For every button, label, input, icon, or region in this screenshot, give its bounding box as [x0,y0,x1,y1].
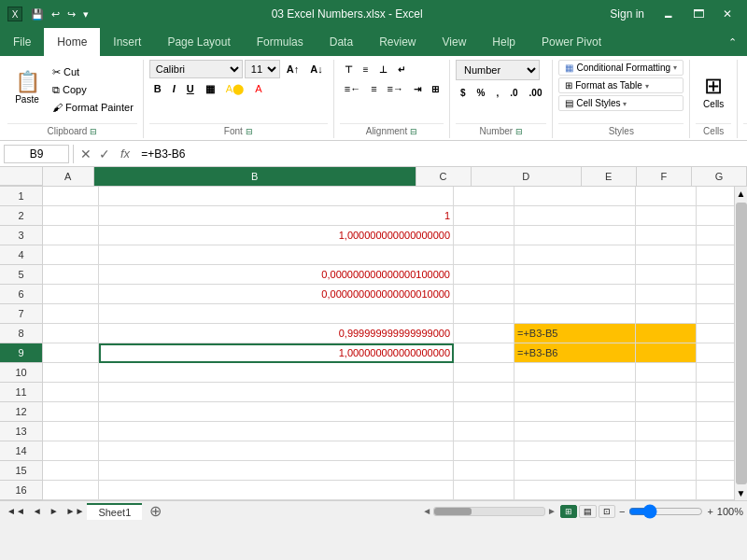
underline-button[interactable]: U [182,79,199,98]
scroll-thumb-v[interactable] [736,203,747,484]
conditional-formatting-button[interactable]: ▦ Conditional Formatting ▾ [558,60,684,76]
cell-b2[interactable]: 1 [99,206,454,226]
undo-button[interactable]: ↩ [49,7,63,22]
decimal-decrease-button[interactable]: .00 [525,83,547,102]
cell-c4[interactable] [454,245,514,265]
cell-e2[interactable] [636,206,697,226]
row-header-12[interactable]: 12 [0,402,43,422]
fill-color-button[interactable]: A⬤ [221,79,248,98]
cell-b16[interactable] [99,481,454,500]
cell-e9[interactable] [636,343,697,363]
vertical-scrollbar[interactable]: ▲ ▼ [734,187,747,500]
col-header-f[interactable]: F [637,167,692,186]
save-button[interactable]: 💾 [28,7,47,22]
cell-styles-button[interactable]: ▤ Cell Styles ▾ [558,95,684,111]
cell-b14[interactable] [99,441,454,461]
scroll-thumb-h[interactable] [434,508,472,515]
cell-a9[interactable] [43,343,99,363]
row-header-1[interactable]: 1 [0,187,43,206]
formula-cancel-button[interactable]: ✕ [78,147,94,161]
cell-a1[interactable] [43,187,99,206]
scroll-right-button[interactable]: ► [547,506,557,516]
cell-c7[interactable] [454,304,514,324]
row-header-10[interactable]: 10 [0,363,43,383]
cell-d8[interactable]: =+B3-B5 [514,324,636,343]
row-header-8[interactable]: 8 [0,324,43,343]
cell-a15[interactable] [43,461,99,481]
cell-d10[interactable] [514,363,636,383]
add-sheet-button[interactable]: ⊕ [144,500,167,522]
cell-c8[interactable] [454,324,514,343]
sign-in-button[interactable]: Sign in [602,6,652,22]
cell-reference-input[interactable] [4,145,69,163]
cell-d1[interactable] [514,187,636,206]
cell-a8[interactable] [43,324,99,343]
redo-button[interactable]: ↪ [64,7,78,22]
cell-a10[interactable] [43,363,99,383]
cell-f3[interactable] [697,226,734,245]
tab-help[interactable]: Help [479,28,529,56]
zoom-slider[interactable] [628,504,703,519]
sheet-nav-first[interactable]: ◄◄ [4,505,28,517]
cell-c15[interactable] [454,461,514,481]
cell-d5[interactable] [514,265,636,285]
cell-b7[interactable] [99,304,454,324]
cell-d2[interactable] [514,206,636,226]
cell-f12[interactable] [697,402,734,422]
cell-d12[interactable] [514,402,636,422]
cell-a4[interactable] [43,245,99,265]
cell-b3[interactable]: 1,000000000000000000 [99,226,454,245]
cell-f7[interactable] [697,304,734,324]
col-header-a[interactable]: A [43,167,94,186]
align-middle-button[interactable]: ≡ [359,60,374,78]
tab-file[interactable]: File [0,28,44,56]
copy-button[interactable]: ⧉ Copy [49,81,137,98]
page-layout-view-button[interactable]: ▤ [579,505,597,518]
cell-d14[interactable] [514,441,636,461]
col-header-g[interactable]: G [692,167,747,186]
align-center-button[interactable]: ≡ [366,79,381,98]
cell-e10[interactable] [636,363,697,383]
cell-c14[interactable] [454,441,514,461]
cell-f4[interactable] [697,245,734,265]
number-format-select[interactable]: Number [456,60,540,80]
scroll-up-button[interactable]: ▲ [735,187,747,201]
tab-formulas[interactable]: Formulas [244,28,317,56]
cell-a16[interactable] [43,481,99,500]
cell-b15[interactable] [99,461,454,481]
row-header-11[interactable]: 11 [0,383,43,402]
format-painter-button[interactable]: 🖌 Format Painter [49,99,137,116]
cell-c11[interactable] [454,383,514,402]
cell-b5[interactable]: 0,000000000000000100000 [99,265,454,285]
row-header-5[interactable]: 5 [0,265,43,285]
cell-b6[interactable]: 0,000000000000000010000 [99,285,454,304]
row-header-13[interactable]: 13 [0,422,43,441]
cut-button[interactable]: ✂ Cut [49,63,137,80]
tab-home[interactable]: Home [44,28,100,56]
font-name-select[interactable]: Calibri [149,60,243,78]
format-as-table-button[interactable]: ⊞ Format as Table ▾ [558,77,684,93]
cell-f16[interactable] [697,481,734,500]
minimize-button[interactable]: 🗕 [655,6,682,22]
font-color-button[interactable]: A [250,79,266,98]
zoom-in-button[interactable]: + [707,506,712,517]
row-header-16[interactable]: 16 [0,481,43,500]
qat-dropdown[interactable]: ▾ [80,7,92,22]
cell-d7[interactable] [514,304,636,324]
page-break-view-button[interactable]: ⊡ [599,505,615,518]
row-header-2[interactable]: 2 [0,206,43,226]
cell-a7[interactable] [43,304,99,324]
cell-c10[interactable] [454,363,514,383]
cell-d11[interactable] [514,383,636,402]
cell-e16[interactable] [636,481,697,500]
cell-b11[interactable] [99,383,454,402]
cell-c16[interactable] [454,481,514,500]
cell-a12[interactable] [43,402,99,422]
close-button[interactable]: ✕ [715,6,740,22]
cell-d15[interactable] [514,461,636,481]
cell-a6[interactable] [43,285,99,304]
cell-f1[interactable] [697,187,734,206]
cells-button[interactable]: ⊞ Cells [696,63,731,118]
cell-f5[interactable] [697,265,734,285]
cell-a11[interactable] [43,383,99,402]
